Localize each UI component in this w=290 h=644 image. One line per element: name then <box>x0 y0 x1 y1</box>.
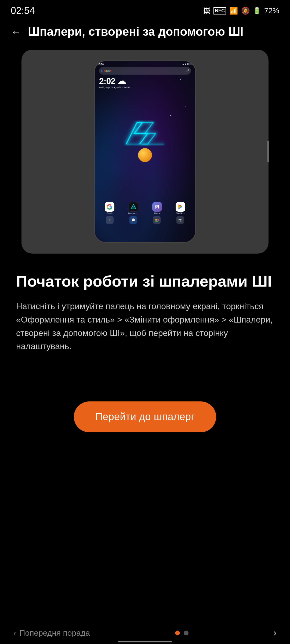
app-dash1: ⊞ <box>106 216 114 224</box>
camera-icon: 📷 <box>176 216 184 224</box>
phone-status-icons: ▲ ■ 100% <box>182 63 193 65</box>
status-time: 02:54 <box>11 5 35 16</box>
back-button[interactable]: ← <box>11 26 21 38</box>
app-armoury: Armoury Crate <box>128 202 139 214</box>
app-messages: 💬 <box>129 216 137 224</box>
armoury-app-icon <box>129 202 138 212</box>
google-icon: Google <box>101 69 111 72</box>
phone-datetime: 2:02 ☁ Wed, Sep 25 ✦ Beitou District <box>99 76 131 89</box>
google-app-label: Google <box>107 212 113 214</box>
cta-button[interactable]: Перейти до шпалерг <box>74 401 216 432</box>
bottom-dock: ⊞ 💬 <box>98 216 192 224</box>
nav-dots <box>175 631 189 635</box>
app-gallery: 🖼 Gallery <box>152 202 162 214</box>
chevron-right-icon: › <box>273 627 277 638</box>
phone-wifi-icon: ▲ <box>182 63 184 65</box>
bottom-nav: ‹ Попередня порада › <box>0 619 290 644</box>
app-playstore: Play Store <box>176 202 185 214</box>
nav-dot-1[interactable] <box>175 631 180 635</box>
signal-icon: 📶 <box>229 7 238 15</box>
chevron-left-icon: ‹ <box>13 628 16 638</box>
phone-mockup: 10:36 ▲ ■ 100% Google 🎤 2:02 ☁ Wed, Sep … <box>94 60 196 243</box>
phone-search-bar: Google 🎤 <box>99 67 191 75</box>
playstore-app-label: Play Store <box>176 212 185 214</box>
google-app-icon <box>105 202 114 212</box>
rog-logo <box>118 115 172 152</box>
main-content: Початок роботи зі шпалерами ШІ Натисніть… <box>0 264 290 380</box>
playstore-app-icon <box>176 202 185 212</box>
page-header: ← Шпалери, створені за допомогою ШІ <box>0 19 290 47</box>
gallery-app-icon: 🖼 <box>152 202 162 212</box>
phone-apps: Google Armoury Crate 🖼 <box>95 202 195 226</box>
gallery-icon: 🖼 <box>203 7 210 15</box>
home-indicator <box>118 641 172 642</box>
prev-button[interactable]: ‹ Попередня порада <box>13 628 90 638</box>
app-chrome <box>153 216 161 224</box>
status-bar: 02:54 🖼 NFC 📶 🔕 🔋 72% <box>0 0 290 19</box>
app-google: Google <box>105 202 114 214</box>
gallery-app-label: Gallery <box>154 212 160 214</box>
mute-icon: 🔕 <box>241 7 250 15</box>
battery-percent: 72% <box>264 6 279 15</box>
status-icons: 🖼 NFC 📶 🔕 🔋 72% <box>203 6 279 15</box>
phone-big-time: 2:02 ☁ <box>99 76 131 86</box>
orange-ball <box>138 148 152 162</box>
search-voice-icon: 🎤 <box>186 69 189 72</box>
nfc-icon: NFC <box>213 7 226 14</box>
phone-time-small: 10:36 <box>97 63 104 65</box>
prev-label: Попередня порада <box>19 628 90 638</box>
main-title: Початок роботи зі шпалерами ШІ <box>16 272 274 290</box>
next-button[interactable]: › <box>273 627 277 639</box>
battery-icon: 🔋 <box>253 7 261 14</box>
scroll-hint <box>267 141 269 162</box>
phone-mockup-container: 10:36 ▲ ■ 100% Google 🎤 2:02 ☁ Wed, Sep … <box>21 50 269 254</box>
chrome-icon <box>153 216 161 224</box>
phone-battery-icon: ■ 100% <box>185 63 193 65</box>
armoury-app-label: Armoury Crate <box>128 212 139 214</box>
phone-status-bar: 10:36 ▲ ■ 100% <box>95 63 195 65</box>
page-title: Шпалери, створені за допомогою ШІ <box>28 25 279 39</box>
app-row-main: Google Armoury Crate 🖼 <box>98 202 192 214</box>
main-description: Натисніть і утримуйте палець на головном… <box>16 300 274 353</box>
phone-date: Wed, Sep 25 ✦ Beitou District <box>99 86 131 89</box>
cta-container: Перейти до шпалерг <box>0 401 290 432</box>
dash1-icon: ⊞ <box>106 216 114 224</box>
messages-icon: 💬 <box>129 216 137 224</box>
app-camera: 📷 <box>176 216 184 224</box>
nav-dot-2[interactable] <box>184 631 189 635</box>
